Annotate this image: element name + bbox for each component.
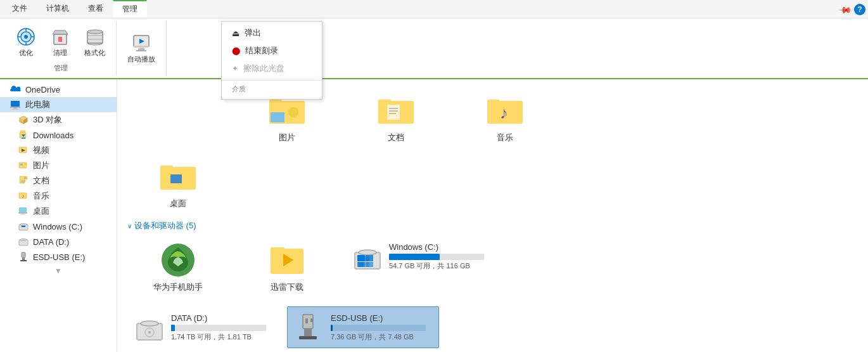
grid-item-music[interactable]: ♪ 音乐 — [454, 86, 556, 149]
drives-row2: DATA (D:) 1.74 TB 可用，共 1.81 TB — [127, 306, 858, 348]
svg-rect-60 — [387, 105, 400, 120]
devices-section-header: ∨ 设备和驱动器 (5) — [127, 220, 858, 231]
help-button[interactable]: ? — [854, 4, 865, 15]
svg-rect-91 — [305, 318, 308, 323]
tab-file[interactable]: 文件 — [3, 0, 37, 18]
onedrive-icon — [10, 84, 22, 95]
sidebar-item-thispc[interactable]: 此电脑 — [0, 97, 117, 112]
svg-rect-17 — [136, 50, 146, 51]
svg-rect-92 — [310, 318, 313, 322]
esd-usb-drive-icon — [294, 312, 324, 342]
ribbon-tabs-row: 文件 计算机 查看 管理 📌 ? — [0, 0, 868, 18]
svg-point-2 — [24, 35, 28, 39]
data-d-bar — [171, 325, 175, 331]
windows-c-bar-wrap — [389, 254, 484, 260]
burn-icon: ⬤ — [232, 46, 240, 55]
sidebar-item-pictures[interactable]: 图片 — [0, 158, 117, 173]
erase-disc-item[interactable]: ✦ 擦除此光盘 — [222, 60, 322, 77]
autoplay-button[interactable]: 自动播放 — [122, 30, 161, 67]
desktop-icon — [18, 205, 29, 217]
esd-usb-bar — [331, 325, 333, 331]
optimize-button[interactable]: 优化 — [10, 23, 42, 61]
documents-label: 文档 — [388, 132, 404, 143]
svg-point-87 — [148, 331, 151, 334]
sidebar-label-pictures: 图片 — [33, 160, 49, 171]
huawei-label: 华为手机助手 — [153, 282, 203, 293]
svg-rect-82 — [357, 262, 365, 267]
optimize-icon — [16, 27, 36, 47]
sidebar-label-videos: 视频 — [33, 145, 49, 156]
windows-c-icon — [18, 221, 29, 232]
esd-usb-name: ESD-USB (E:) — [331, 313, 426, 323]
finish-burn-item[interactable]: ⬤ 结束刻录 — [222, 42, 322, 60]
svg-rect-19 — [11, 101, 20, 107]
windows-c-drive-icon — [352, 241, 383, 271]
svg-rect-59 — [378, 100, 391, 103]
pictures-icon — [18, 160, 29, 171]
svg-rect-22 — [12, 109, 18, 110]
desktop-label: 桌面 — [170, 198, 186, 209]
data-d-info: DATA (D:) 1.74 TB 可用，共 1.81 TB — [171, 313, 266, 342]
windows-c-size: 54.7 GB 可用，共 116 GB — [389, 261, 484, 271]
svg-rect-29 — [22, 138, 25, 139]
desktop-grid: 桌面 — [127, 152, 858, 215]
3dobjects-icon — [18, 114, 29, 126]
grid-item-documents[interactable]: 文档 — [345, 86, 447, 149]
grid-item-xunlei[interactable]: 迅雷下载 — [236, 235, 338, 299]
clean-label: 清理 — [53, 48, 67, 58]
eject-item[interactable]: ⏏ 弹出 — [222, 24, 322, 42]
sidebar-item-music[interactable]: ♪ 音乐 — [0, 188, 117, 204]
autoplay-label: 自动播放 — [127, 55, 155, 64]
desktop-folder-icon — [159, 157, 197, 195]
svg-rect-44 — [22, 214, 24, 214]
svg-rect-56 — [271, 112, 284, 122]
autoplay-btns: 自动播放 — [122, 23, 161, 73]
svg-rect-80 — [357, 255, 365, 261]
drive-item-windows-c[interactable]: Windows (C:) 54.7 GB 可用，共 116 GB — [345, 235, 497, 299]
dropdown-divider — [222, 80, 322, 81]
svg-point-11 — [87, 30, 103, 34]
sidebar-item-esd-usb[interactable]: ESD-USB (E:) — [0, 249, 117, 264]
format-button[interactable]: 格式化 — [79, 23, 111, 61]
clean-button[interactable]: 清理 — [44, 23, 76, 61]
grid-item-huawei[interactable]: 华为手机助手 — [127, 235, 229, 299]
sidebar-item-windows-c[interactable]: Windows (C:) — [0, 219, 117, 234]
sidebar-item-downloads[interactable]: Downloads — [0, 127, 117, 143]
svg-rect-89 — [304, 329, 312, 337]
sidebar-item-data-d[interactable]: DATA (D:) — [0, 234, 117, 249]
tab-computer[interactable]: 计算机 — [37, 0, 79, 18]
documents-icon — [18, 175, 29, 186]
svg-rect-55 — [269, 100, 282, 103]
sidebar-label-data-d: DATA (D:) — [33, 237, 69, 247]
svg-rect-33 — [20, 164, 23, 166]
sidebar-item-onedrive[interactable]: OneDrive — [0, 82, 117, 97]
ribbon-btns: 优化 清理 — [10, 23, 111, 61]
videos-icon — [18, 145, 29, 156]
windows-c-info: Windows (C:) 54.7 GB 可用，共 116 GB — [389, 242, 484, 271]
data-d-icon — [18, 236, 29, 247]
svg-rect-37 — [24, 176, 27, 179]
sidebar-item-3dobjects[interactable]: 3D 对象 — [0, 112, 117, 127]
sidebar-item-documents[interactable]: 文档 — [0, 173, 117, 188]
pin-icon[interactable]: 📌 — [838, 2, 852, 16]
ribbon-group-autoplay: 自动播放 ⏏ 弹出 ⬤ 结束刻录 ✦ 擦除此光盘 介质 — [117, 21, 167, 75]
drive-item-esd-usb[interactable]: ESD-USB (E:) 7.36 GB 可用，共 7.48 GB — [287, 306, 439, 348]
svg-point-47 — [20, 224, 27, 226]
data-d-drive-icon — [134, 312, 165, 342]
grid-item-desktop[interactable]: 桌面 — [127, 152, 229, 215]
svg-rect-53 — [20, 260, 27, 261]
svg-rect-43 — [18, 212, 27, 214]
ribbon-body: 优化 清理 — [0, 18, 868, 79]
sidebar-label-thispc: 此电脑 — [25, 99, 50, 110]
tab-view[interactable]: 查看 — [79, 0, 113, 18]
sidebar: OneDrive 此电脑 3D 对象 — [0, 79, 117, 352]
ribbon-group-manage: 优化 清理 — [5, 21, 117, 75]
sidebar-item-videos[interactable]: 视频 — [0, 143, 117, 158]
music-folder-icon: ♪ — [486, 91, 524, 129]
tab-manage[interactable]: 管理 — [113, 0, 147, 18]
dropdown-menu: ⏏ 弹出 ⬤ 结束刻录 ✦ 擦除此光盘 介质 — [221, 21, 322, 100]
sidebar-item-desktop[interactable]: 桌面 — [0, 204, 117, 219]
sidebar-label-3dobjects: 3D 对象 — [33, 114, 62, 126]
clean-icon — [50, 27, 70, 47]
drive-item-data-d[interactable]: DATA (D:) 1.74 TB 可用，共 1.81 TB — [127, 306, 279, 348]
